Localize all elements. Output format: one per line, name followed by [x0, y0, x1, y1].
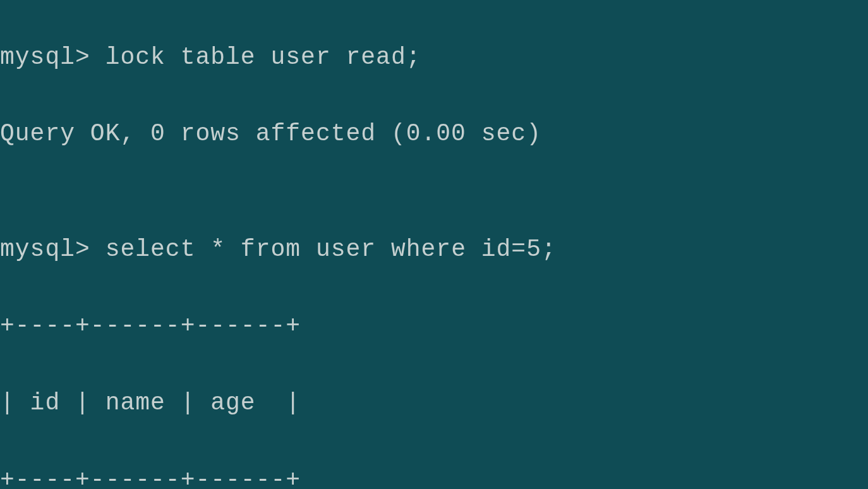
mysql-terminal[interactable]: mysql> lock table user read; Query OK, 0… [0, 0, 868, 489]
terminal-line-status: Query OK, 0 rows affected (0.00 sec) [0, 115, 868, 154]
terminal-line-command: mysql> select * from user where id=5; [0, 231, 868, 269]
table-header: | id | name | age | [0, 384, 868, 423]
mysql-prompt: mysql> [0, 44, 105, 71]
sql-command: select * from user where id=5; [105, 236, 557, 263]
table-border: +----+------+------+ [0, 461, 868, 489]
sql-command: lock table user read; [105, 44, 421, 71]
mysql-prompt: mysql> [0, 236, 105, 263]
table-border: +----+------+------+ [0, 307, 868, 346]
terminal-line-command: mysql> lock table user read; [0, 39, 868, 77]
